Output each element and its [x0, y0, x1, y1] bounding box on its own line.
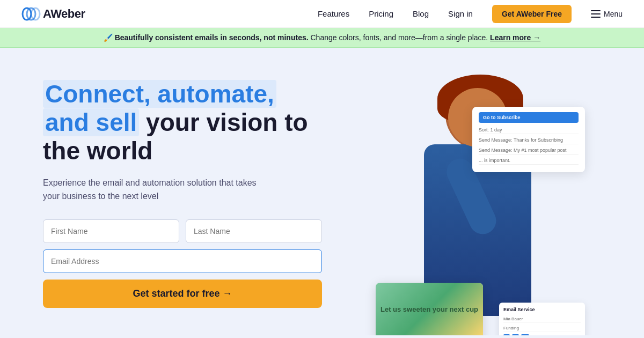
email-panel-buttons: T A 🖼 [503, 334, 581, 335]
hero-image-area: Go to Subscribe Sort: 1 day Send Message… [381, 75, 585, 335]
email-panel-row-1: Mia Bauer [503, 315, 581, 323]
last-name-input[interactable] [186, 219, 322, 243]
ui-card-email-settings: Email Service Mia Bauer Funding T A 🖼 Ap… [499, 303, 585, 335]
banner-emoji: 🖌️ [104, 33, 113, 42]
ui-card-row-3: Send Message: My #1 most popular post [479, 146, 579, 155]
get-aweber-free-button[interactable]: Get AWeber Free [492, 5, 572, 23]
logo-text: AWeber [43, 7, 85, 21]
nav-blog[interactable]: Blog [413, 9, 429, 18]
ui-card-automation: Go to Subscribe Sort: 1 day Send Message… [472, 107, 585, 172]
email-input[interactable] [43, 249, 322, 273]
banner-regular-text: Change colors, fonts, and more—from a si… [310, 33, 488, 42]
ui-card-row-1: Sort: 1 day [479, 126, 579, 134]
ui-card-email-template: Let us sweeten your next cup [376, 283, 483, 335]
announcement-banner: 🖌️ Beautifully consistent emails in seco… [0, 28, 644, 48]
first-name-input[interactable] [43, 219, 179, 243]
hero-left-content: Connect, automate, and sell your vision … [43, 75, 322, 308]
logo[interactable]: AWeber [21, 6, 85, 21]
banner-learn-more-link[interactable]: Learn more → [490, 33, 540, 42]
menu-label: Menu [604, 10, 623, 18]
name-fields-row [43, 219, 322, 243]
nav-links: Features Pricing Blog Sign in Get AWeber… [318, 5, 623, 23]
hero-right-illustration: Go to Subscribe Sort: 1 day Send Message… [322, 75, 601, 335]
nav-features[interactable]: Features [318, 9, 349, 18]
hero-heading-highlight2: and sell [43, 108, 139, 136]
email-template-image: Let us sweeten your next cup [376, 283, 483, 335]
menu-button[interactable]: Menu [591, 10, 623, 18]
hamburger-icon [591, 10, 601, 18]
nav-pricing[interactable]: Pricing [369, 9, 393, 18]
email-panel-row-2: Funding [503, 325, 581, 332]
email-panel-title: Email Service [503, 307, 581, 312]
logo-icon [21, 6, 41, 21]
ui-card-row-4: ... is important. [479, 157, 579, 165]
get-started-button[interactable]: Get started for free → [43, 280, 322, 308]
banner-bold-text: Beautifully consistent emails in seconds… [115, 33, 309, 42]
ui-card-row-2: Send Message: Thanks for Subscribing [479, 136, 579, 144]
email-panel-icon-1: T [503, 334, 510, 335]
ui-card-bar-label: Go to Subscribe [483, 115, 521, 120]
nav-signin[interactable]: Sign in [448, 9, 473, 18]
hero-heading: Connect, automate, and sell your vision … [43, 80, 322, 165]
email-template-text: Let us sweeten your next cup [380, 305, 478, 314]
hero-heading-highlight1: Connect, automate, [43, 80, 276, 108]
hero-subheading: Experience the email and automation solu… [43, 176, 258, 203]
email-panel-icon-3: 🖼 [521, 334, 529, 335]
email-panel-icon-2: A [512, 334, 519, 335]
navbar: AWeber Features Pricing Blog Sign in Get… [0, 0, 644, 28]
ui-card-bar: Go to Subscribe [479, 112, 579, 123]
hero-section: Connect, automate, and sell your vision … [0, 48, 644, 335]
